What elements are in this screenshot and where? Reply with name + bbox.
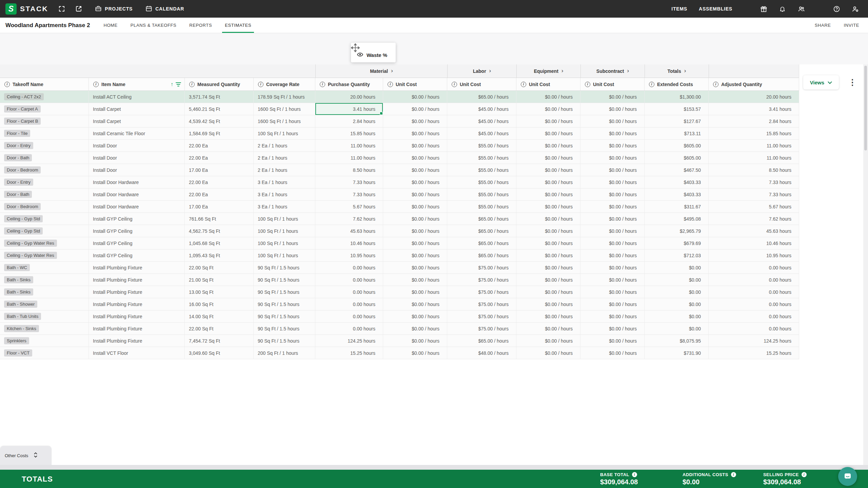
cell-coverage-rate[interactable]: 90 Sq Ft / 1.5 hours (254, 286, 315, 298)
cell-purchase-quantity[interactable]: 7.62 hours (315, 213, 383, 225)
cell-item-name[interactable]: Install Door Hardware (89, 201, 185, 212)
cell-unit-cost[interactable]: $65.00 / hours (447, 213, 516, 225)
cell-unit-cost[interactable]: $0.00 / hours (580, 225, 645, 237)
cell-unit-cost[interactable]: $0.00 / hours (580, 127, 645, 139)
cell-purchase-quantity[interactable]: 7.33 hours (315, 188, 383, 200)
cell-purchase-quantity[interactable]: 15.25 hours (315, 347, 383, 359)
cell-adjusted-quantity[interactable]: 8.50 hours (709, 164, 799, 176)
table-row[interactable]: SprinklersInstall Plumbing Fixture7,454.… (0, 335, 799, 347)
cell-coverage-rate[interactable]: 100 Sq Ft / 1 hours (254, 225, 315, 237)
cell-coverage-rate[interactable]: 100 Sq Ft / 1 hours (254, 127, 315, 139)
cell-unit-cost[interactable]: $0.00 / hours (580, 286, 645, 298)
cell-item-name[interactable]: Install Plumbing Fixture (89, 323, 185, 334)
cell-unit-cost[interactable]: $55.00 / hours (447, 176, 516, 188)
views-button[interactable]: Views (803, 75, 839, 89)
cell-purchase-quantity[interactable]: 0.00 hours (315, 274, 383, 286)
cell-extended-costs[interactable]: $679.69 (645, 237, 709, 249)
cell-unit-cost[interactable]: $65.00 / hours (447, 91, 516, 103)
cell-unit-cost[interactable]: $0.00 / hours (516, 347, 580, 359)
open-in-new-icon[interactable] (75, 5, 82, 12)
cell-measured-quantity[interactable]: 16.00 Sq Ft (185, 298, 254, 310)
tab-reports[interactable]: REPORTS (189, 18, 212, 33)
cell-unit-cost[interactable]: $75.00 / hours (447, 286, 516, 298)
cell-item-name[interactable]: Install GYP Ceiling (89, 237, 185, 249)
cell-measured-quantity[interactable]: 22.00 Sq Ft (185, 262, 254, 273)
cell-unit-cost[interactable]: $0.00 / hours (516, 91, 580, 103)
cell-measured-quantity[interactable]: 3,049.60 Sq Ft (185, 347, 254, 359)
table-row[interactable]: Floor - Carpet AInstall Carpet5,460.21 S… (0, 103, 799, 115)
assemblies-link[interactable]: ASSEMBLIES (699, 6, 732, 12)
cell-unit-cost[interactable]: $45.00 / hours (447, 127, 516, 139)
cell-unit-cost[interactable]: $75.00 / hours (447, 262, 516, 273)
cell-unit-cost[interactable]: $65.00 / hours (447, 335, 516, 347)
gift-icon[interactable] (760, 5, 767, 13)
cell-unit-cost[interactable]: $0.00 / hours (580, 237, 645, 249)
cell-adjusted-quantity[interactable]: 11.00 hours (709, 152, 799, 164)
cell-adjusted-quantity[interactable]: 2.84 hours (709, 115, 799, 127)
cell-extended-costs[interactable]: $403.33 (645, 188, 709, 200)
cell-takeoff-name[interactable]: Door - Bedroom (0, 201, 89, 212)
cell-item-name[interactable]: Install VCT Floor (89, 347, 185, 359)
table-row[interactable]: Bath - WCInstall Plumbing Fixture22.00 S… (0, 262, 799, 274)
tab-estimates[interactable]: ESTIMATES (225, 18, 251, 33)
table-row[interactable]: Bath - SinksInstall Plumbing Fixture13.0… (0, 286, 799, 298)
help-icon[interactable] (833, 5, 840, 13)
group-subcontract[interactable]: Subcontract› (580, 64, 645, 78)
cell-item-name[interactable]: Install Plumbing Fixture (89, 262, 185, 273)
column-header-purchase-quantity[interactable]: iPurchase Quantity (315, 78, 383, 90)
cell-unit-cost[interactable]: $75.00 / hours (447, 274, 516, 286)
sort-ascending-icon[interactable]: ↑ (171, 82, 173, 87)
projects-link[interactable]: PROJECTS (95, 5, 133, 13)
cell-unit-cost[interactable]: $0.00 / hours (516, 188, 580, 200)
cell-measured-quantity[interactable]: 22.00 Ea (185, 188, 254, 200)
cell-unit-cost[interactable]: $0.00 / hours (580, 152, 645, 164)
cell-unit-cost[interactable]: $0.00 / hours (516, 176, 580, 188)
cell-unit-cost[interactable]: $0.00 / hours (383, 225, 447, 237)
cell-unit-cost[interactable]: $0.00 / hours (383, 262, 447, 273)
cell-measured-quantity[interactable]: 5,460.21 Sq Ft (185, 103, 254, 115)
cell-extended-costs[interactable]: $605.00 (645, 140, 709, 151)
stack-logo[interactable]: S STACK (5, 3, 48, 15)
cell-unit-cost[interactable]: $55.00 / hours (447, 201, 516, 212)
cell-unit-cost[interactable]: $45.00 / hours (447, 115, 516, 127)
cell-coverage-rate[interactable]: 100 Sq Ft / 1 hours (254, 237, 315, 249)
cell-purchase-quantity[interactable]: 0.00 hours (315, 286, 383, 298)
project-name[interactable]: Woodland Apartments Phase 2 (5, 22, 90, 29)
cell-takeoff-name[interactable]: Ceiling - Gyp Std (0, 225, 89, 237)
column-header-coverage-rate[interactable]: iCoverage Rate (254, 78, 315, 90)
column-header-unit-cost[interactable]: iUnit Cost (580, 78, 645, 90)
cell-item-name[interactable]: Install Door (89, 152, 185, 164)
cell-unit-cost[interactable]: $0.00 / hours (383, 237, 447, 249)
cell-coverage-rate[interactable]: 178.59 Sq Ft / 1 hours (254, 91, 315, 103)
cell-item-name[interactable]: Install ACT Ceiling (89, 91, 185, 103)
cell-extended-costs[interactable]: $0.00 (645, 262, 709, 273)
cell-purchase-quantity[interactable]: 10.95 hours (315, 249, 383, 261)
cell-coverage-rate[interactable]: 90 Sq Ft / 1.5 hours (254, 298, 315, 310)
account-settings-icon[interactable] (852, 5, 859, 13)
cell-unit-cost[interactable]: $0.00 / hours (516, 213, 580, 225)
cell-unit-cost[interactable]: $75.00 / hours (447, 298, 516, 310)
cell-unit-cost[interactable]: $0.00 / hours (516, 298, 580, 310)
cell-adjusted-quantity[interactable]: 7.62 hours (709, 213, 799, 225)
cell-unit-cost[interactable]: $0.00 / hours (383, 188, 447, 200)
cell-unit-cost[interactable]: $0.00 / hours (580, 91, 645, 103)
cell-unit-cost[interactable]: $0.00 / hours (516, 103, 580, 115)
column-header-measured-quantity[interactable]: iMeasured Quantity (185, 78, 254, 90)
cell-unit-cost[interactable]: $0.00 / hours (516, 237, 580, 249)
table-row[interactable]: Door - EntryInstall Door Hardware22.00 E… (0, 176, 799, 188)
cell-unit-cost[interactable]: $0.00 / hours (580, 213, 645, 225)
cell-adjusted-quantity[interactable]: 0.00 hours (709, 310, 799, 322)
cell-takeoff-name[interactable]: Floor - Carpet A (0, 103, 89, 115)
cell-item-name[interactable]: Install Door (89, 140, 185, 151)
column-header-adjusted-quantity[interactable]: iAdjusted Quantity (709, 78, 799, 90)
cell-unit-cost[interactable]: $0.00 / hours (383, 249, 447, 261)
cell-unit-cost[interactable]: $0.00 / hours (580, 176, 645, 188)
cell-measured-quantity[interactable]: 17.00 Ea (185, 164, 254, 176)
cell-item-name[interactable]: Install Door Hardware (89, 188, 185, 200)
cell-purchase-quantity[interactable]: 45.63 hours (315, 225, 383, 237)
table-row[interactable]: Ceiling - Gyp Water ResInstall GYP Ceili… (0, 237, 799, 249)
cell-extended-costs[interactable]: $1,300.00 (645, 91, 709, 103)
cell-unit-cost[interactable]: $0.00 / hours (516, 127, 580, 139)
cell-item-name[interactable]: Install Carpet (89, 115, 185, 127)
cell-unit-cost[interactable]: $55.00 / hours (447, 188, 516, 200)
